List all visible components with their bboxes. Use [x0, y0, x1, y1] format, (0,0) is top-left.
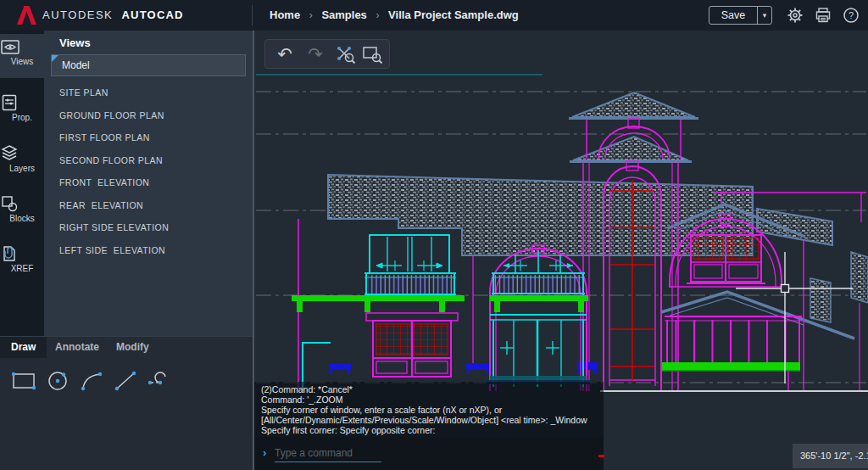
undo-icon: ↶ — [277, 44, 292, 64]
circle-tool-icon — [42, 367, 73, 394]
command-history: (2)Command: *Cancel* Command: '_.ZOOM Sp… — [254, 382, 604, 437]
rail-label: Prop. — [0, 113, 44, 122]
save-button[interactable]: Save — [709, 7, 757, 24]
undo-button[interactable]: ↶ — [272, 42, 298, 66]
brand-text: AUTODESK AUTOCAD — [42, 8, 184, 21]
view-item-rear-elevation[interactable]: REAR ELEVATION — [44, 194, 253, 217]
view-item-label: Model — [62, 59, 90, 71]
gear-icon — [787, 7, 804, 24]
coordinates-display: 365'-10 1/2", -2.11 — [793, 444, 868, 468]
window-sills — [329, 362, 598, 374]
draw-tools-panel — [0, 357, 253, 470]
selection-corner-marker — [52, 55, 58, 62]
breadcrumb-separator: › — [376, 9, 379, 21]
sidebar-item-blocks[interactable]: Blocks — [0, 189, 44, 233]
command-input[interactable] — [275, 444, 381, 462]
tab-annotate[interactable]: Annotate — [55, 341, 99, 353]
settings-button[interactable] — [787, 7, 804, 24]
help-button[interactable]: ? — [843, 7, 860, 24]
rail-label: XREF — [0, 264, 44, 273]
properties-icon — [0, 93, 19, 112]
tab-modify[interactable]: Modify — [116, 341, 149, 353]
arc-tool-icon — [76, 367, 107, 394]
zoom-selection-icon — [333, 42, 357, 66]
view-item-right-side-elevation[interactable]: RIGHT SIDE ELEVATION — [44, 216, 253, 239]
red-tick-marker — [598, 455, 604, 457]
layers-icon — [0, 144, 19, 163]
views-panel: Views Model SITE PLAN GROUND FLOOR PLAN … — [44, 31, 253, 336]
command-line: Specify first corner: Specify opposite c… — [261, 425, 597, 435]
views-icon — [0, 39, 20, 56]
printer-icon — [815, 7, 832, 24]
zoom-window-button[interactable] — [360, 42, 386, 66]
sidebar-item-xref[interactable]: XREF — [0, 239, 44, 283]
zoom-window-icon — [360, 42, 384, 66]
view-item-first-floor-plan[interactable]: FIRST FLOOR PLAN — [44, 126, 253, 149]
rail-label: Views — [0, 57, 44, 66]
sidebar-item-layers[interactable]: Layers — [0, 139, 44, 183]
rail-label: Blocks — [0, 214, 44, 223]
breadcrumb-filename: Villa Project Sample.dwg — [388, 8, 519, 21]
breadcrumb-samples[interactable]: Samples — [321, 8, 366, 21]
view-item-left-side-elevation[interactable]: LEFT SIDE ELEVATION — [44, 239, 253, 262]
zoom-selection-button[interactable] — [333, 42, 359, 66]
view-item-site-plan[interactable]: SITE PLAN — [44, 81, 253, 104]
canvas-toolbar: ↶ ↷ — [264, 39, 390, 69]
panel-canvas-divider — [253, 31, 254, 470]
rectangle-tool-icon — [8, 367, 39, 394]
save-split-button: Save ▾ — [709, 6, 772, 25]
view-item-ground-floor-plan[interactable]: GROUND FLOOR PLAN — [44, 104, 253, 127]
command-input-bar: › — [254, 437, 604, 470]
command-line: Command: '_.ZOOM — [261, 394, 597, 405]
coordinates-value: 365'-10 1/2", -2.11 — [793, 444, 868, 468]
breadcrumb-separator: › — [309, 9, 313, 21]
brand-autocad: AUTOCAD — [122, 8, 184, 21]
blocks-icon — [0, 194, 19, 213]
view-item-front-elevation[interactable]: FRONT ELEVATION — [44, 171, 253, 194]
polyline-tool-icon — [144, 367, 175, 394]
arc-tool-button[interactable] — [76, 367, 107, 394]
print-button[interactable] — [815, 7, 832, 24]
tab-draw[interactable]: Draw — [11, 341, 36, 353]
svg-text:?: ? — [849, 10, 854, 20]
command-line: Specify corner of window, enter a scale … — [261, 405, 597, 415]
redo-icon: ↷ — [308, 44, 323, 64]
views-list: SITE PLAN GROUND FLOOR PLAN FIRST FLOOR … — [44, 81, 253, 261]
middle-entry — [487, 245, 590, 391]
circle-tool-button[interactable] — [42, 367, 73, 394]
brand-autodesk: AUTODESK — [42, 8, 113, 21]
bottom-tab-bar: Draw Annotate Modify — [0, 336, 253, 357]
save-dropdown-button[interactable]: ▾ — [757, 7, 771, 24]
help-icon: ? — [843, 7, 860, 24]
views-panel-title: Views — [59, 36, 91, 49]
command-prompt-icon: › — [263, 446, 266, 459]
breadcrumb: Home › Samples › Villa Project Sample.dw… — [270, 8, 519, 21]
redo-button[interactable]: ↷ — [303, 42, 328, 66]
autocad-logo-icon[interactable] — [15, 4, 37, 26]
command-line: (2)Command: *Cancel* — [261, 384, 597, 394]
polyline-tool-button[interactable] — [144, 367, 175, 394]
rail-label: Layers — [0, 164, 44, 173]
line-tool-icon — [110, 367, 141, 394]
line-tool-button[interactable] — [110, 367, 141, 394]
sidebar-item-properties[interactable]: Prop. — [0, 88, 44, 132]
xref-icon — [0, 244, 19, 263]
rectangle-tool-button[interactable] — [8, 367, 39, 394]
command-line: [All/Center/Dynamic/Extents/Previous/Sca… — [261, 415, 597, 425]
top-bar: AUTODESK AUTOCAD Home › Samples › Villa … — [0, 0, 868, 31]
divider — [252, 5, 253, 25]
view-item-model-selected[interactable]: Model — [51, 54, 246, 76]
breadcrumb-home[interactable]: Home — [270, 8, 300, 21]
view-item-second-floor-plan[interactable]: SECOND FLOOR PLAN — [44, 149, 253, 172]
sidebar-item-views[interactable]: Views — [0, 34, 44, 78]
chevron-down-icon: ▾ — [763, 11, 767, 20]
